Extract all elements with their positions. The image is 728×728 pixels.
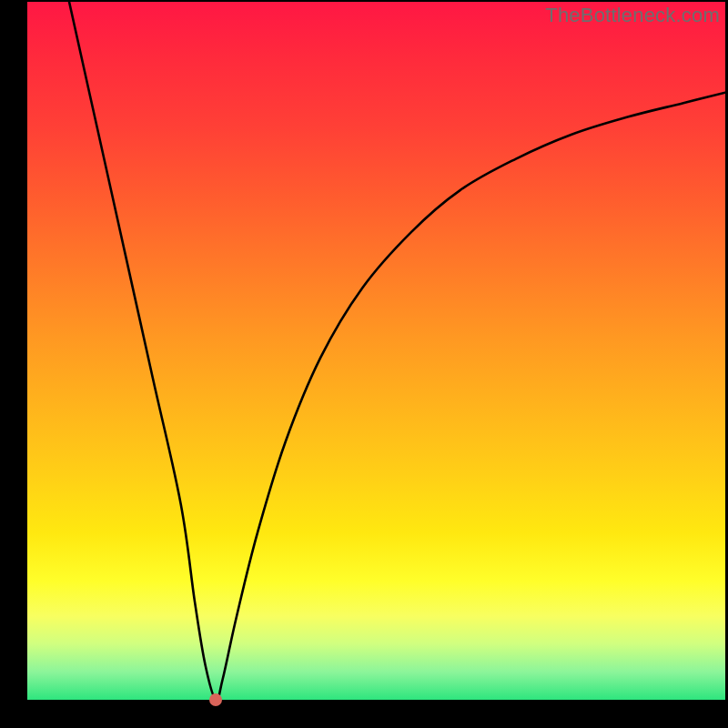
chart-frame: TheBottleneck.com [0,0,728,728]
plot-area: TheBottleneck.com [27,2,725,700]
bottleneck-curve [27,2,725,700]
optimal-point-marker [209,693,222,706]
watermark-text: TheBottleneck.com [545,4,720,27]
